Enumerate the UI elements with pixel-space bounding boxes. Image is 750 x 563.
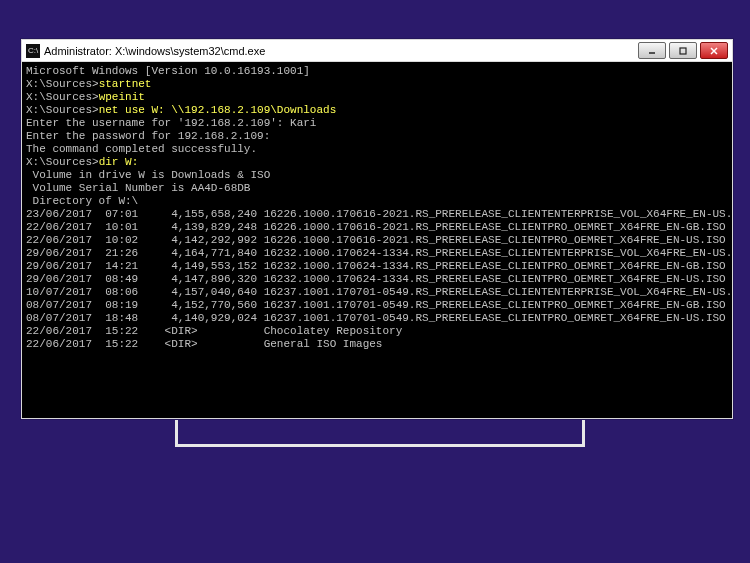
cmd-window: C:\ Administrator: X:\windows\system32\c…: [21, 39, 733, 419]
svg-rect-1: [680, 48, 686, 54]
window-title: Administrator: X:\windows\system32\cmd.e…: [44, 45, 638, 57]
annotation-callout: [175, 420, 585, 447]
minimize-button[interactable]: [638, 42, 666, 59]
maximize-button[interactable]: [669, 42, 697, 59]
console-output[interactable]: Microsoft Windows [Version 10.0.16193.10…: [22, 62, 732, 418]
window-controls: [638, 42, 732, 59]
titlebar[interactable]: C:\ Administrator: X:\windows\system32\c…: [22, 40, 732, 62]
close-button[interactable]: [700, 42, 728, 59]
cmd-icon: C:\: [26, 44, 40, 58]
